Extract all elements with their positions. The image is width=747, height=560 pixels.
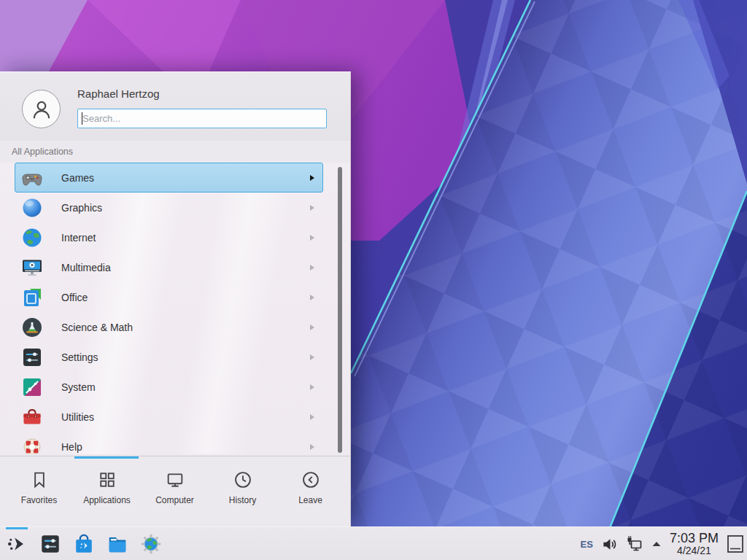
launcher-tabbar: Favorites Applications C (5, 462, 344, 505)
clock-date: 4/24/21 (677, 545, 711, 556)
tab-label: History (229, 495, 256, 505)
application-launcher-popup: Raphael Hertzog All Applications (0, 71, 351, 526)
active-tab-indicator (74, 456, 139, 459)
tab-applications[interactable]: Applications (73, 462, 141, 505)
sphere-icon (20, 196, 44, 219)
bookmark-icon (29, 470, 50, 490)
search-field-wrap (77, 109, 327, 128)
text-cursor (82, 112, 82, 125)
avatar[interactable] (22, 90, 61, 128)
tab-label: Computer (155, 495, 194, 505)
category-label: Settings (61, 351, 98, 363)
taskbar-discover-button[interactable] (73, 533, 95, 555)
system-settings-icon (39, 533, 61, 555)
taskbar: ES (0, 526, 747, 560)
submenu-arrow-icon (310, 235, 314, 241)
tab-history[interactable]: History (209, 462, 276, 505)
category-internet[interactable]: Internet (15, 222, 323, 252)
category-label: System (61, 381, 96, 393)
category-settings[interactable]: Settings (15, 342, 323, 372)
leave-icon (301, 470, 321, 490)
sliders-dark-icon (20, 346, 44, 369)
scrollbar[interactable] (338, 167, 342, 453)
globe-icon (20, 226, 44, 249)
taskbar-launcher-button[interactable] (6, 533, 28, 555)
computer-icon (165, 470, 185, 490)
lifebuoy-icon (20, 435, 44, 455)
tabbar-separator (0, 456, 350, 456)
submenu-arrow-icon (310, 175, 314, 181)
launcher-header: Raphael Hertzog (0, 72, 350, 141)
section-label: All Applications (12, 147, 73, 157)
sliders-color-icon (20, 376, 44, 399)
globe-gear-icon (140, 533, 162, 555)
category-graphics[interactable]: Graphics (15, 192, 323, 222)
submenu-arrow-icon (310, 205, 314, 211)
tab-favorites[interactable]: Favorites (5, 462, 73, 505)
taskbar-browser-button[interactable] (140, 533, 162, 555)
submenu-arrow-icon (310, 384, 314, 390)
toolbox-icon (20, 405, 44, 429)
tab-label: Applications (83, 495, 131, 505)
taskbar-dolphin-button[interactable] (107, 533, 128, 555)
user-name: Raphael Hertzog (77, 88, 160, 100)
clock-icon (233, 470, 253, 490)
category-label: Multimedia (61, 262, 111, 273)
category-office[interactable]: Office (15, 282, 323, 312)
category-utilities[interactable]: Utilities (15, 402, 323, 432)
discover-bag-icon (73, 533, 95, 555)
system-tray: ES (581, 527, 744, 560)
digital-clock[interactable]: 7:03 PM 4/24/21 (670, 532, 719, 556)
category-label: Internet (61, 232, 96, 244)
category-help[interactable]: Help (15, 432, 323, 454)
category-label: Utilities (61, 411, 94, 423)
submenu-arrow-icon (310, 295, 314, 300)
volume-icon[interactable] (601, 536, 618, 553)
taskbar-system-settings-button[interactable] (39, 533, 61, 555)
gamepad-icon (20, 166, 44, 190)
submenu-arrow-icon (310, 414, 314, 420)
show-desktop-button[interactable] (727, 534, 744, 553)
folder-icon (107, 533, 128, 555)
user-icon (29, 97, 54, 122)
submenu-arrow-icon (310, 354, 314, 360)
category-label: Help (61, 441, 82, 453)
submenu-arrow-icon (310, 444, 314, 450)
search-input[interactable] (77, 109, 327, 128)
category-label: Office (61, 292, 88, 303)
expand-tray-arrow-icon[interactable] (651, 540, 662, 548)
category-system[interactable]: System (15, 372, 323, 402)
tab-leave[interactable]: Leave (276, 462, 344, 505)
submenu-arrow-icon (310, 324, 314, 330)
tab-label: Leave (298, 495, 322, 505)
category-label: Graphics (61, 202, 102, 214)
tab-computer[interactable]: Computer (141, 462, 209, 505)
category-label: Science & Math (61, 322, 133, 333)
clock-time: 7:03 PM (670, 532, 719, 545)
category-science-math[interactable]: Science & Math (15, 312, 323, 342)
keyboard-layout-indicator[interactable]: ES (581, 539, 593, 550)
kickoff-icon (6, 533, 28, 555)
category-multimedia[interactable]: Multimedia (15, 252, 323, 282)
flask-icon (20, 316, 44, 339)
submenu-arrow-icon (310, 265, 314, 271)
desktop: Raphael Hertzog All Applications (0, 0, 747, 560)
category-label: Games (61, 172, 94, 184)
network-icon[interactable] (626, 535, 643, 553)
launcher-active-indicator (6, 527, 28, 529)
document-icon (20, 286, 44, 309)
tab-label: Favorites (21, 495, 57, 505)
category-list: Games Graphics (0, 163, 350, 454)
monitor-play-icon (20, 256, 44, 279)
grid-icon (97, 470, 117, 490)
category-games[interactable]: Games (15, 163, 323, 192)
